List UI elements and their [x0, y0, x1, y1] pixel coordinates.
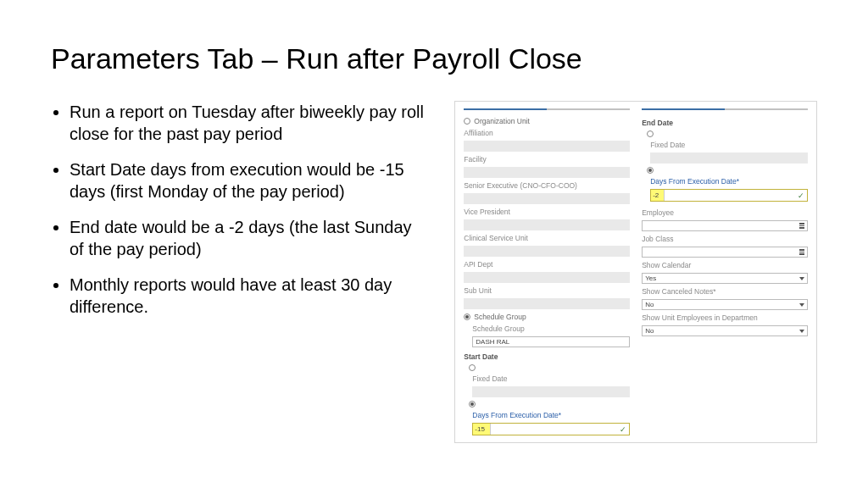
start-fixed-date-input[interactable] [472, 386, 630, 397]
page-title: Parameters Tab – Run after Payroll Close [51, 42, 817, 75]
vp-label: Vice President [464, 208, 630, 216]
affiliation-label: Affiliation [464, 129, 630, 137]
show-unit-emp-select[interactable]: No [642, 325, 808, 336]
end-days-exec-label: Days From Execution Date* [642, 177, 808, 186]
start-fixed-date-radio[interactable] [464, 364, 630, 371]
schedule-group-heading: Schedule Group [474, 313, 526, 321]
affiliation-input[interactable] [464, 141, 630, 152]
job-class-input[interactable] [642, 247, 808, 258]
end-days-exec-input[interactable]: -2 ✓ [650, 189, 808, 202]
check-icon: ✓ [620, 425, 626, 434]
radio-icon [469, 401, 476, 408]
show-unit-emp-label: Show Unit Employees in Departmen [642, 313, 808, 322]
show-canceled-label: Show Canceled Notes* [642, 287, 808, 296]
end-days-exec-radio[interactable] [642, 167, 808, 174]
clinical-service-label: Clinical Service Unit [464, 234, 630, 242]
sub-unit-label: Sub Unit [464, 286, 630, 295]
api-dept-input[interactable] [464, 272, 630, 283]
start-days-exec-value: -15 [473, 424, 491, 435]
job-class-label: Job Class [642, 235, 808, 243]
chevron-down-icon [799, 303, 804, 307]
radio-icon [647, 130, 654, 137]
sub-unit-input[interactable] [464, 298, 630, 309]
column-top-border [464, 108, 630, 110]
end-date-heading: End Date [642, 119, 808, 127]
start-days-exec-label: Days From Execution Date* [464, 411, 630, 419]
check-icon: ✓ [798, 191, 804, 200]
radio-icon [469, 364, 476, 371]
employee-input[interactable] [642, 220, 808, 231]
end-fixed-date-radio[interactable] [642, 130, 808, 137]
chevron-down-icon [799, 330, 804, 333]
api-dept-label: API Dept [464, 260, 630, 269]
schedule-group-radio[interactable]: Schedule Group [464, 313, 630, 321]
menu-icon [799, 223, 804, 229]
facility-input[interactable] [464, 167, 630, 178]
clinical-service-input[interactable] [464, 246, 630, 257]
vp-input[interactable] [464, 219, 630, 230]
employee-label: Employee [642, 208, 808, 217]
column-top-border [642, 108, 808, 110]
bullet-item: Start Date days from execution would be … [70, 158, 429, 202]
radio-icon [464, 313, 470, 320]
radio-icon [647, 167, 654, 174]
parameters-form: Organization Unit Affiliation Facility S… [454, 101, 817, 443]
start-fixed-date-label: Fixed Date [464, 374, 630, 383]
schedule-group-value: DASH RAL [476, 338, 509, 346]
org-unit-label: Organization Unit [474, 117, 530, 125]
show-unit-emp-value: No [645, 327, 654, 335]
schedule-group-label: Schedule Group [464, 324, 630, 333]
show-calendar-select[interactable]: Yes [642, 273, 808, 284]
menu-icon [799, 249, 804, 255]
bullet-item: Run a report on Tuesday after biweekly p… [70, 101, 429, 145]
facility-label: Facility [464, 155, 630, 164]
end-fixed-date-input[interactable] [650, 152, 808, 164]
start-date-heading: Start Date [464, 352, 630, 361]
bullet-list: Run a report on Tuesday after biweekly p… [51, 101, 429, 443]
start-days-exec-radio[interactable] [464, 401, 630, 408]
start-days-exec-input[interactable]: -15 ✓ [472, 423, 630, 435]
senior-exec-label: Senior Executive (CNO-CFO-COO) [464, 181, 630, 190]
bullet-item: Monthly reports would have at least 30 d… [70, 274, 429, 318]
schedule-group-input[interactable]: DASH RAL [472, 336, 630, 347]
show-calendar-label: Show Calendar [642, 261, 808, 269]
senior-exec-input[interactable] [464, 193, 630, 204]
chevron-down-icon [799, 277, 804, 280]
radio-icon [464, 118, 470, 125]
show-calendar-value: Yes [645, 274, 656, 282]
bullet-item: End date would be a -2 days (the last Su… [70, 216, 429, 260]
org-unit-radio[interactable]: Organization Unit [464, 117, 630, 125]
end-days-exec-value: -2 [651, 190, 665, 201]
show-canceled-select[interactable]: No [642, 299, 808, 310]
end-fixed-date-label: Fixed Date [642, 141, 808, 149]
show-canceled-value: No [645, 301, 654, 308]
